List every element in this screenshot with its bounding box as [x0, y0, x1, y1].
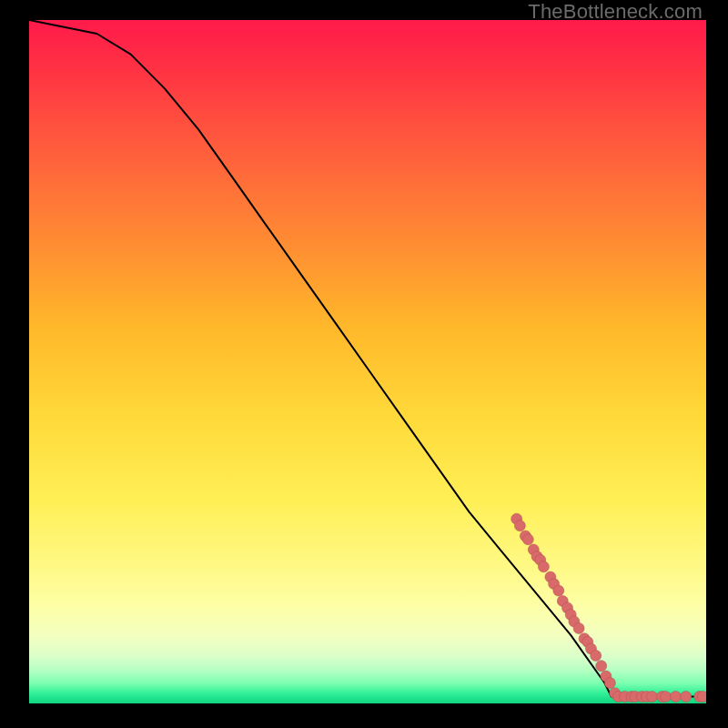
- highlight-dot: [596, 661, 607, 672]
- highlight-dot: [660, 692, 671, 703]
- chart-stage: TheBottleneck.com: [0, 0, 728, 728]
- highlight-dot: [647, 692, 658, 703]
- highlight-dot: [538, 561, 549, 572]
- highlight-dot: [522, 534, 533, 545]
- highlight-dot: [591, 650, 602, 661]
- highlight-dot: [697, 692, 706, 703]
- bottleneck-curve: [29, 20, 706, 697]
- highlight-dot: [671, 692, 682, 703]
- highlight-dot: [573, 622, 584, 633]
- highlight-dot: [604, 678, 615, 689]
- highlight-dot: [514, 521, 525, 531]
- plot-area: [29, 20, 706, 703]
- highlight-dots-group: [511, 513, 706, 702]
- highlight-dot: [681, 692, 692, 703]
- plot-overlay: [29, 20, 706, 703]
- highlight-dot: [553, 585, 564, 596]
